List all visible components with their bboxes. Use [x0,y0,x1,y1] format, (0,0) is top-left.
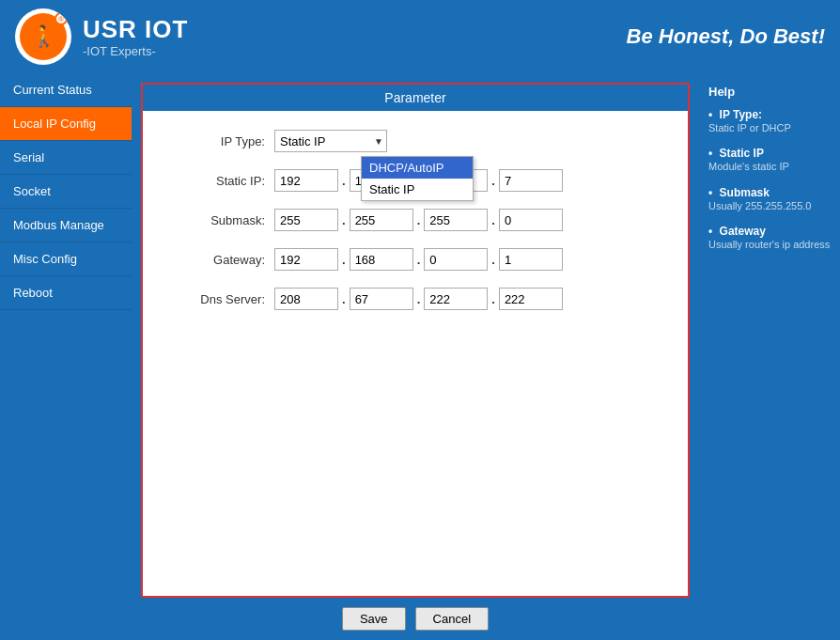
dns-3[interactable] [499,288,563,310]
dropdown-item-static[interactable]: Static IP [362,179,473,200]
ip-type-select[interactable]: Static IP DHCP/AutoIP [274,130,387,152]
header-left: 🚶 ® USR IOT -IOT Experts- [15,8,188,65]
help-static-ip-title: • Static IP [708,147,831,160]
help-gateway-desc: Usually router's ip address [708,238,831,252]
help-title: Help [708,85,831,99]
sidebar-item-current-status[interactable]: Current Status [0,73,132,107]
static-ip-3[interactable] [499,169,563,192]
dot-6: . [491,213,495,227]
dns-label: Dns Server: [171,292,274,306]
app-title: USR IOT [83,15,188,44]
help-panel: Help • IP Type: Static IP or DHCP • Stat… [699,73,840,640]
dot-1: . [342,174,346,188]
gateway-row: Gateway: . . . [171,248,660,271]
dropdown-item-dhcp[interactable]: DHCP/AutoIP [362,157,473,179]
gateway-label: Gateway: [171,253,274,267]
submask-2[interactable] [424,209,488,231]
dns-2[interactable] [424,288,488,310]
logo-badge: ® [54,12,68,25]
sidebar-item-reboot[interactable]: Reboot [0,276,132,310]
submask-row: Submask: . . . [171,209,660,231]
submask-3[interactable] [499,209,563,231]
sidebar-item-misc-config[interactable]: Misc Config [0,242,132,276]
submask-label: Submask: [171,213,274,227]
help-item-submask: • Submask Usually 255.255.255.0 [708,186,831,213]
app-subtitle: -IOT Experts- [83,44,188,58]
help-item-gateway: • Gateway Usually router's ip address [708,225,831,252]
gateway-3[interactable] [499,248,563,271]
gateway-fields: . . . [274,248,563,271]
help-item-static-ip: • Static IP Module's static IP [708,147,831,174]
dot-4: . [342,213,346,227]
sidebar-item-serial[interactable]: Serial [0,141,132,175]
sidebar: Current Status Local IP Config Serial So… [0,73,132,640]
bullet-icon-2: • [708,147,712,160]
button-row: Save Cancel [141,607,690,631]
ip-type-wrapper: Static IP DHCP/AutoIP ▼ [274,130,387,152]
param-body: IP Type: Static IP DHCP/AutoIP ▼ DHCP/Au… [143,111,688,346]
logo: 🚶 ® [15,8,71,65]
submask-1[interactable] [350,209,413,231]
dns-row: Dns Server: . . . [171,288,660,310]
dot-5: . [417,213,421,227]
dot-10: . [342,292,346,306]
cancel-button[interactable]: Cancel [415,607,489,631]
content-area: Parameter IP Type: Static IP DHCP/AutoIP… [132,73,699,640]
ip-type-fields: Static IP DHCP/AutoIP ▼ [274,130,387,152]
help-submask-desc: Usually 255.255.255.0 [708,199,831,213]
bullet-icon-3: • [708,186,712,199]
ip-type-row: IP Type: Static IP DHCP/AutoIP ▼ DHCP/Au… [171,130,660,152]
sidebar-item-socket[interactable]: Socket [0,175,132,209]
dot-12: . [491,292,495,306]
help-ip-type-desc: Static IP or DHCP [708,121,831,135]
dot-11: . [417,292,421,306]
ip-type-label: IP Type: [171,134,274,148]
logo-figure: 🚶 [31,24,56,49]
bullet-icon: • [708,108,712,121]
static-ip-0[interactable] [274,169,338,192]
param-panel: Parameter IP Type: Static IP DHCP/AutoIP… [141,83,690,598]
param-header: Parameter [143,85,688,111]
dot-7: . [342,253,346,267]
dot-3: . [491,174,495,188]
gateway-2[interactable] [424,248,488,271]
static-ip-label: Static IP: [171,174,274,188]
gateway-1[interactable] [350,248,413,271]
help-gateway-title: • Gateway [708,225,831,238]
header-title-block: USR IOT -IOT Experts- [83,15,188,58]
dns-fields: . . . [274,288,563,310]
sidebar-item-modbus-manage[interactable]: Modbus Manage [0,209,132,242]
help-submask-title: • Submask [708,186,831,199]
gateway-0[interactable] [274,248,338,271]
bullet-icon-4: • [708,225,712,238]
help-ip-type-title: • IP Type: [708,108,831,121]
dns-0[interactable] [274,288,338,310]
help-item-ip-type: • IP Type: Static IP or DHCP [708,108,831,135]
ip-type-dropdown[interactable]: DHCP/AutoIP Static IP [361,156,474,201]
dot-9: . [491,253,495,267]
dns-1[interactable] [350,288,413,310]
help-static-ip-desc: Module's static IP [708,160,831,174]
dot-8: . [417,253,421,267]
save-button[interactable]: Save [342,607,406,631]
header-slogan: Be Honest, Do Best! [627,24,825,49]
sidebar-item-local-ip-config[interactable]: Local IP Config [0,107,132,141]
header: 🚶 ® USR IOT -IOT Experts- Be Honest, Do … [0,0,840,73]
main-layout: Current Status Local IP Config Serial So… [0,73,840,640]
submask-0[interactable] [274,209,338,231]
submask-fields: . . . [274,209,563,231]
